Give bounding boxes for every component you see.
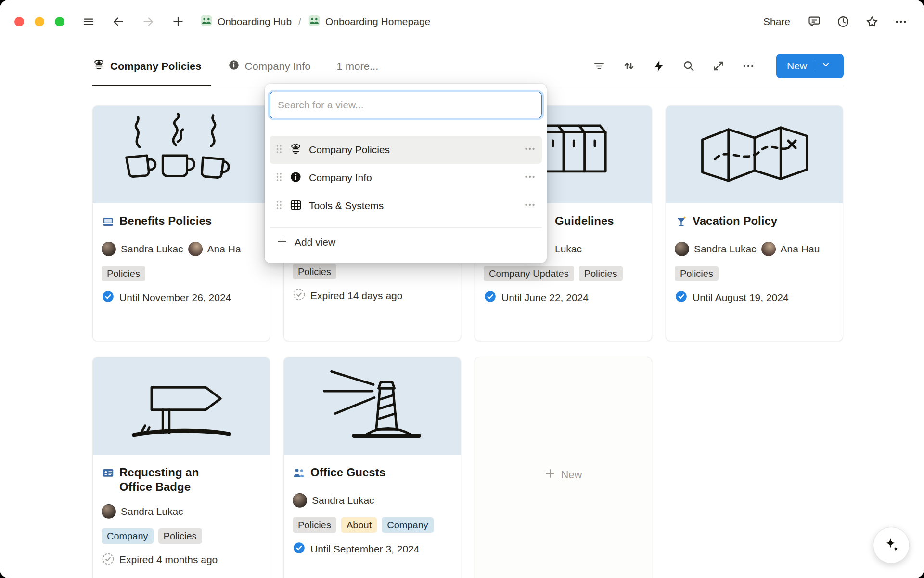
drag-handle-icon[interactable]: [275, 200, 282, 212]
table-icon: [289, 198, 302, 213]
notion-ai-sparkle-button[interactable]: [873, 527, 910, 564]
sparkle-icon: [882, 536, 901, 555]
back-arrow-icon[interactable]: [110, 13, 127, 30]
new-button-divider: [815, 60, 815, 72]
card-requesting-office-badge[interactable]: Requesting an Office Badge Sandra Lukac …: [92, 357, 270, 578]
tag-policies: Policies: [293, 264, 336, 279]
tag-policies: Policies: [675, 266, 719, 281]
drag-handle-icon[interactable]: [275, 144, 282, 156]
status-text: Until June 22, 2024: [501, 292, 589, 303]
info-icon: [228, 59, 240, 74]
card-benefits-policies[interactable]: Benefits Policies Sandra Lukac Ana Ha Po…: [92, 105, 270, 341]
view-options-icon[interactable]: [740, 57, 757, 75]
history-clock-icon[interactable]: [834, 13, 852, 30]
tag-company: Company: [102, 528, 154, 544]
verified-badge-icon: [293, 541, 306, 556]
zoom-window-button[interactable]: [55, 17, 64, 26]
more-options-icon[interactable]: [892, 13, 910, 30]
teamspace-icon: [200, 14, 213, 29]
view-toolbar: Company Policies Company Info 1 more...: [92, 43, 844, 86]
comments-icon[interactable]: [806, 13, 823, 30]
view-menu-item-label: Company Policies: [309, 144, 517, 156]
add-view-button[interactable]: Add view: [270, 230, 542, 255]
view-menu-item-company-policies[interactable]: Company Policies: [270, 136, 542, 164]
verified-badge-icon: [675, 290, 688, 305]
expired-badge-icon: [102, 552, 115, 567]
chevron-down-icon[interactable]: [821, 60, 831, 72]
minimize-window-button[interactable]: [35, 17, 44, 26]
window-controls: [14, 17, 64, 26]
card-cover-map-doodle: [666, 106, 843, 203]
breadcrumb-label: Onboarding Homepage: [325, 16, 430, 27]
avatar-sandra-lukac: [293, 493, 307, 508]
search-icon[interactable]: [680, 57, 697, 75]
view-menu-item-label: Company Info: [309, 172, 517, 184]
tags-row: Company Policies: [102, 528, 261, 544]
forward-arrow-icon[interactable]: [140, 13, 157, 30]
laptop-icon: [102, 215, 115, 230]
status-row: Expired 14 days ago: [293, 288, 452, 303]
sidebar-toggle-icon[interactable]: [80, 13, 97, 30]
tag-about: About: [341, 517, 377, 533]
people-row: Sandra Lukac Ana Ha: [102, 241, 261, 257]
new-button-label: New: [787, 60, 807, 72]
bee-icon: [92, 58, 105, 74]
info-icon: [289, 171, 302, 185]
more-views-link[interactable]: 1 more...: [336, 43, 378, 86]
tag-company-updates: Company Updates: [484, 266, 574, 281]
breadcrumb-onboarding-homepage[interactable]: Onboarding Homepage: [308, 14, 430, 29]
verified-badge-icon: [102, 290, 115, 305]
view-menu-item-tools-systems[interactable]: Tools & Systems: [270, 192, 542, 220]
card-title: Guidelines: [555, 214, 614, 228]
share-button[interactable]: Share: [759, 13, 794, 30]
card-vacation-policy[interactable]: Vacation Policy Sandra Lukac Ana Hau Pol…: [666, 105, 843, 341]
view-menu-item-label: Tools & Systems: [309, 200, 517, 211]
person-name: Sandra Lukac: [694, 243, 757, 255]
tab-label: Company Info: [245, 60, 311, 73]
card-office-guests[interactable]: Office Guests Sandra Lukac Policies Abou…: [283, 357, 461, 578]
status-row: Until September 3, 2024: [293, 541, 452, 556]
view-menu-item-company-info[interactable]: Company Info: [270, 164, 542, 192]
automations-lightning-icon[interactable]: [650, 57, 667, 75]
close-window-button[interactable]: [14, 17, 24, 26]
new-page-plus-icon[interactable]: [169, 13, 187, 30]
tab-company-policies[interactable]: Company Policies: [92, 43, 211, 86]
status-row: Until November 26, 2024: [102, 290, 261, 305]
view-switcher-dropdown: Company Policies Company Info: [265, 84, 547, 263]
status-row: Until June 22, 2024: [484, 290, 643, 305]
tag-policies: Policies: [293, 517, 336, 533]
item-options-icon[interactable]: [524, 171, 536, 185]
status-text: Expired 4 months ago: [119, 554, 218, 565]
people-row: Sandra Lukac: [293, 492, 452, 509]
sort-icon[interactable]: [620, 57, 638, 75]
new-card-label: New: [561, 469, 582, 481]
card-title: Benefits Policies: [119, 214, 212, 228]
view-search-input[interactable]: [270, 92, 542, 118]
new-button[interactable]: New: [776, 54, 844, 78]
titlebar: Onboarding Hub / Onboarding Homepage Sha…: [0, 0, 924, 43]
expand-view-icon[interactable]: [710, 57, 727, 75]
person-name: Sandra Lukac: [121, 243, 183, 255]
new-card-button[interactable]: New: [475, 357, 652, 578]
favorite-star-icon[interactable]: [863, 13, 881, 30]
avatar-ana: [188, 242, 203, 256]
avatar-ana: [761, 242, 776, 256]
item-options-icon[interactable]: [524, 198, 536, 213]
status-text: Until August 19, 2024: [693, 292, 789, 303]
teamspace-icon: [308, 14, 321, 29]
person-name: Ana Hau: [781, 243, 820, 255]
bee-icon: [289, 143, 302, 158]
verified-badge-icon: [484, 290, 497, 305]
card-cover-lighthouse-doodle: [284, 357, 461, 455]
breadcrumb: Onboarding Hub / Onboarding Homepage: [200, 14, 430, 29]
filter-icon[interactable]: [590, 57, 608, 75]
breadcrumb-onboarding-hub[interactable]: Onboarding Hub: [200, 14, 292, 29]
vacation-drink-icon: [675, 215, 688, 230]
app-window: Onboarding Hub / Onboarding Homepage Sha…: [0, 0, 924, 578]
avatar-sandra-lukac: [675, 242, 689, 256]
tab-company-info[interactable]: Company Info: [228, 43, 321, 86]
drag-handle-icon[interactable]: [275, 172, 282, 184]
avatar-sandra-lukac: [102, 242, 116, 256]
tags-row: Policies: [102, 266, 261, 281]
item-options-icon[interactable]: [524, 143, 536, 157]
